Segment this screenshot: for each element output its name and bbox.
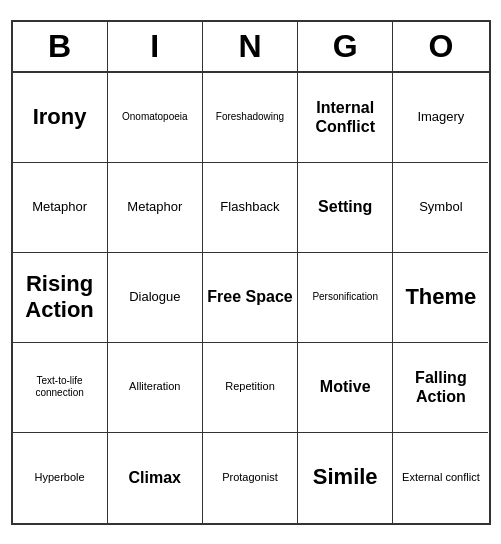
cell-text-16: Alliteration (129, 380, 180, 393)
header-letter-g: G (298, 22, 393, 71)
cell-text-0: Irony (33, 104, 87, 130)
header-letter-b: B (13, 22, 108, 71)
bingo-cell-13: Personification (298, 253, 393, 343)
bingo-cell-7: Flashback (203, 163, 298, 253)
bingo-grid: IronyOnomatopoeiaForeshadowingInternal C… (13, 73, 489, 523)
cell-text-14: Theme (405, 284, 476, 310)
bingo-cell-11: Dialogue (108, 253, 203, 343)
bingo-cell-8: Setting (298, 163, 393, 253)
cell-text-18: Motive (320, 377, 371, 396)
cell-text-9: Symbol (419, 199, 462, 215)
cell-text-20: Hyperbole (35, 471, 85, 484)
cell-text-22: Protagonist (222, 471, 278, 484)
bingo-cell-20: Hyperbole (13, 433, 108, 523)
bingo-cell-9: Symbol (393, 163, 488, 253)
bingo-cell-19: Falling Action (393, 343, 488, 433)
cell-text-21: Climax (129, 468, 181, 487)
cell-text-6: Metaphor (127, 199, 182, 215)
bingo-cell-18: Motive (298, 343, 393, 433)
cell-text-3: Internal Conflict (302, 98, 388, 136)
bingo-cell-5: Metaphor (13, 163, 108, 253)
bingo-cell-22: Protagonist (203, 433, 298, 523)
cell-text-19: Falling Action (397, 368, 484, 406)
bingo-cell-14: Theme (393, 253, 488, 343)
cell-text-1: Onomatopoeia (122, 111, 188, 123)
bingo-card: BINGO IronyOnomatopoeiaForeshadowingInte… (11, 20, 491, 525)
bingo-cell-15: Text-to-life connection (13, 343, 108, 433)
bingo-cell-21: Climax (108, 433, 203, 523)
cell-text-24: External conflict (402, 471, 480, 484)
bingo-cell-16: Alliteration (108, 343, 203, 433)
header-letter-i: I (108, 22, 203, 71)
bingo-cell-2: Foreshadowing (203, 73, 298, 163)
header-letter-n: N (203, 22, 298, 71)
bingo-cell-10: Rising Action (13, 253, 108, 343)
bingo-cell-12: Free Space (203, 253, 298, 343)
bingo-cell-24: External conflict (393, 433, 488, 523)
header-letter-o: O (393, 22, 488, 71)
bingo-cell-3: Internal Conflict (298, 73, 393, 163)
cell-text-15: Text-to-life connection (17, 375, 103, 399)
cell-text-17: Repetition (225, 380, 275, 393)
bingo-cell-23: Simile (298, 433, 393, 523)
bingo-cell-17: Repetition (203, 343, 298, 433)
bingo-cell-4: Imagery (393, 73, 488, 163)
cell-text-10: Rising Action (17, 271, 103, 324)
cell-text-13: Personification (312, 291, 378, 303)
cell-text-4: Imagery (417, 109, 464, 125)
cell-text-2: Foreshadowing (216, 111, 284, 123)
bingo-header: BINGO (13, 22, 489, 73)
cell-text-23: Simile (313, 464, 378, 490)
cell-text-12: Free Space (207, 287, 292, 306)
cell-text-11: Dialogue (129, 289, 180, 305)
bingo-cell-6: Metaphor (108, 163, 203, 253)
bingo-cell-0: Irony (13, 73, 108, 163)
cell-text-8: Setting (318, 197, 372, 216)
cell-text-5: Metaphor (32, 199, 87, 215)
cell-text-7: Flashback (220, 199, 279, 215)
bingo-cell-1: Onomatopoeia (108, 73, 203, 163)
